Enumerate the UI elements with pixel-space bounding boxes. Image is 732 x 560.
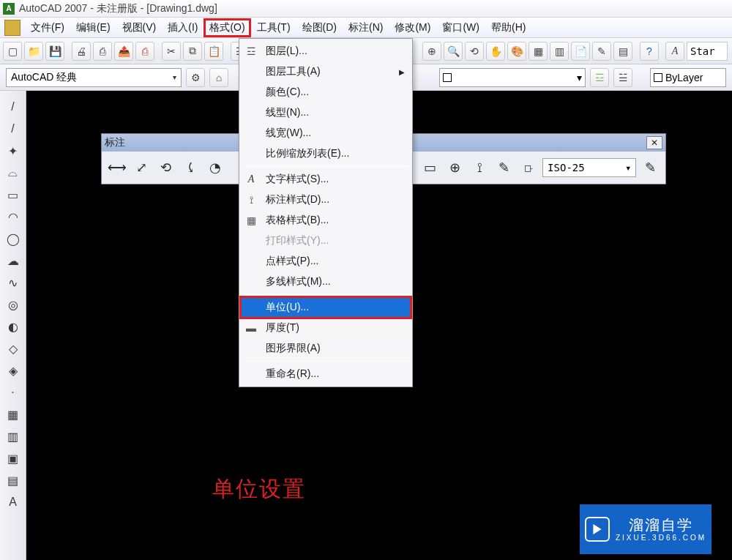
pan-icon[interactable]: ✋	[486, 42, 505, 61]
region-icon[interactable]: ▣	[4, 449, 22, 467]
menubar-file-icon[interactable]	[4, 20, 20, 36]
markup-icon[interactable]: ✎	[592, 42, 611, 61]
polygon-icon[interactable]: ⌓	[4, 164, 22, 182]
cut-icon[interactable]: ✂	[162, 42, 181, 61]
props-icon[interactable]: ▦	[529, 42, 548, 61]
xline-icon[interactable]: /	[4, 120, 22, 138]
draw-toolbox: / / ✦ ⌓ ▭ ◠ ◯ ☁ ∿ ◎ ◐ ◇ ◈ · ▦ ▥ ▣ ▤ A	[0, 91, 26, 560]
line-icon[interactable]: /	[4, 98, 22, 116]
menu-edit[interactable]: 编辑(E)	[70, 18, 116, 37]
dimrad-icon[interactable]: ◔	[204, 157, 226, 179]
circle-icon[interactable]: ◯	[4, 230, 22, 247]
calc-icon[interactable]: ▤	[613, 42, 632, 61]
dimstyle-combo[interactable]: ISO-25 ▾	[542, 158, 636, 177]
bylayer-label: ByLayer	[665, 72, 703, 83]
zoom-prev-icon[interactable]: ⟲	[465, 42, 484, 61]
layerfilter-icon[interactable]: ☱	[613, 68, 632, 87]
menu-help[interactable]: 帮助(H)	[485, 18, 531, 37]
menu-rename[interactable]: 重命名(R)...	[241, 364, 411, 384]
dimarc-icon[interactable]: ⟲	[155, 157, 177, 179]
play-icon	[585, 517, 610, 542]
annotation-label: 单位设置	[212, 474, 306, 504]
point-icon[interactable]: ·	[4, 384, 22, 401]
dimcenter-icon[interactable]: ▭	[419, 157, 441, 179]
zoom-ext-icon[interactable]: ⊕	[422, 42, 441, 61]
preview-icon[interactable]: ⎙	[93, 42, 112, 61]
dimspace-icon[interactable]: ⟥	[518, 157, 540, 179]
menu-file[interactable]: 文件(F)	[25, 18, 70, 37]
copy-icon[interactable]: ⧉	[183, 42, 202, 61]
menu-insert[interactable]: 插入(I)	[162, 18, 203, 37]
menu-view[interactable]: 视图(V)	[116, 18, 163, 37]
layer-state-combo[interactable]: ▾	[439, 68, 586, 87]
hatch-icon[interactable]: ▦	[4, 406, 22, 423]
menu-pointstyle[interactable]: 点样式(P)...	[241, 251, 411, 272]
block-icon[interactable]: ◈	[4, 362, 22, 379]
insert-icon[interactable]: ◇	[4, 340, 22, 357]
menu-units[interactable]: 单位(U)...	[241, 297, 411, 318]
sheet-icon[interactable]: 📄	[571, 42, 590, 61]
menu-color[interactable]: 颜色(C)...	[241, 82, 411, 102]
menu-separator	[242, 361, 409, 362]
menu-lineweight[interactable]: 线宽(W)...	[241, 123, 411, 143]
dc-icon[interactable]: ▥	[550, 42, 569, 61]
chevron-down-icon: ▾	[577, 72, 582, 83]
app-icon: A	[3, 3, 15, 15]
menu-thickness[interactable]: ▬厚度(T)	[241, 318, 411, 338]
close-icon[interactable]: ✕	[646, 136, 662, 149]
workspace-combo[interactable]: AutoCAD 经典 ▾	[6, 68, 182, 87]
new-icon[interactable]: ▢	[3, 42, 22, 61]
menu-window[interactable]: 窗口(W)	[436, 18, 485, 37]
textstyle-icon: A	[242, 171, 260, 187]
paste-icon[interactable]: 📋	[204, 42, 223, 61]
dimupdate-icon[interactable]: ✎	[493, 157, 515, 179]
menu-draw[interactable]: 绘图(D)	[296, 18, 343, 37]
submenu-arrow-icon: ▶	[399, 68, 405, 76]
menu-linetype[interactable]: 线型(N)...	[241, 102, 411, 123]
layerstack-icon[interactable]: ☲	[590, 68, 609, 87]
palette-icon[interactable]: 🎨	[507, 42, 526, 61]
plot-icon[interactable]: ⎙	[135, 42, 154, 61]
open-icon[interactable]: 📁	[24, 42, 43, 61]
menu-dimension[interactable]: 标注(N)	[343, 18, 389, 37]
menu-mlinestyle[interactable]: 多线样式(M)...	[241, 272, 411, 292]
menu-layer-tools[interactable]: 图层工具(A)▶	[241, 61, 411, 82]
help-icon[interactable]: ?	[640, 42, 659, 61]
spline-icon[interactable]: ∿	[4, 274, 22, 291]
menu-format[interactable]: 格式(O)	[203, 18, 250, 37]
ws-settings-icon[interactable]: ⚙	[186, 68, 205, 87]
dimstyle-icon[interactable]: ✎	[639, 157, 661, 179]
menu-limits[interactable]: 图形界限(A)	[241, 338, 411, 359]
zoom-win-icon[interactable]: 🔍	[444, 42, 463, 61]
dimord-icon[interactable]: ⤹	[180, 157, 202, 179]
dimaligned-icon[interactable]: ⤢	[131, 157, 153, 179]
dimedit-icon[interactable]: ⊕	[444, 157, 466, 179]
menu-modify[interactable]: 修改(M)	[389, 18, 436, 37]
menu-dimstyle[interactable]: ⟟标注样式(D)...	[241, 190, 411, 210]
style-dropdown[interactable]: Star	[687, 42, 728, 61]
arc-icon[interactable]: ◠	[4, 208, 22, 225]
revcloud-icon[interactable]: ☁	[4, 252, 22, 269]
save-icon[interactable]: 💾	[45, 42, 64, 61]
polyline-icon[interactable]: ✦	[4, 142, 22, 160]
publish-icon[interactable]: 📤	[114, 42, 133, 61]
textstyle-icon[interactable]: A	[665, 42, 684, 61]
menu-scalelist[interactable]: 比例缩放列表(E)...	[241, 143, 411, 164]
ws-home-icon[interactable]: ⌂	[209, 68, 228, 87]
menu-layer[interactable]: ☲图层(L)...	[241, 41, 411, 61]
menu-tablestyle[interactable]: ▦表格样式(B)...	[241, 210, 411, 231]
rectangle-icon[interactable]: ▭	[4, 186, 22, 204]
gradient-icon[interactable]: ▥	[4, 428, 22, 445]
ellipsearc-icon[interactable]: ◐	[4, 318, 22, 335]
dimlinear-icon[interactable]: ⟷	[106, 157, 128, 179]
text-icon[interactable]: A	[4, 493, 22, 511]
ellipse-icon[interactable]: ◎	[4, 296, 22, 313]
dimtedit-icon[interactable]: ⟟	[468, 157, 490, 179]
tablestyle-icon: ▦	[242, 212, 260, 228]
print-icon[interactable]: 🖨	[72, 42, 91, 61]
table-icon[interactable]: ▤	[4, 471, 22, 489]
dimension-title-text: 标注	[105, 136, 125, 149]
menu-tools[interactable]: 工具(T)	[251, 18, 296, 37]
menu-textstyle[interactable]: A文字样式(S)...	[241, 169, 411, 190]
color-combo[interactable]: ByLayer	[650, 68, 726, 87]
